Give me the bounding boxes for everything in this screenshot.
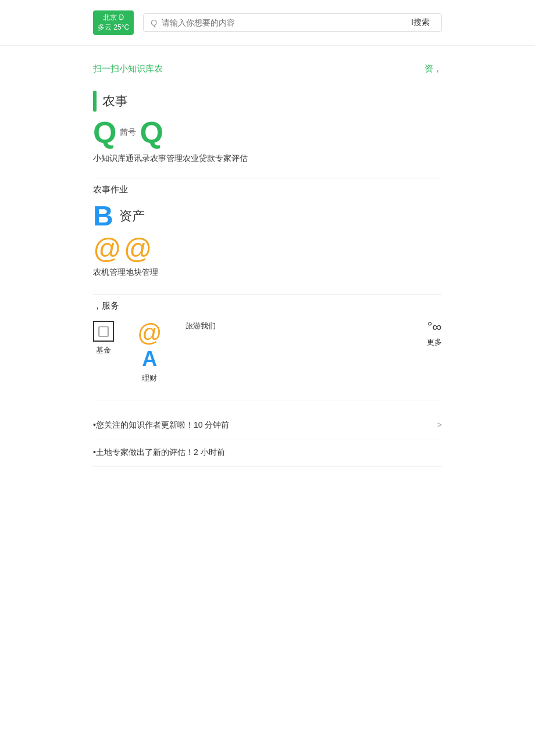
- promo-section: 扫一扫小知识库农 资，: [93, 63, 442, 74]
- nongshi-desc: 小知识库通讯录农事管理农业贷款专家评估: [93, 153, 442, 164]
- notifications-section: •您关注的知识作者更新啦！10 分钟前 > •土地专家做出了新的评估！2 小时前: [93, 412, 442, 467]
- search-input[interactable]: [162, 18, 402, 27]
- services-section: ，服务 □ 基金 @ A 理财 旅游我们 °∞ 更多: [93, 300, 442, 384]
- promo-left-text: 扫一扫小知识库农: [93, 63, 163, 74]
- app-header: 北京 D 多云 25°C Q I搜索: [0, 0, 535, 46]
- service-item-jijin[interactable]: □ 基金: [93, 321, 114, 356]
- q-icon-left: Q: [93, 117, 116, 148]
- search-icon: Q: [151, 18, 157, 27]
- divider-2: [93, 294, 442, 295]
- asset-label: 资产: [119, 207, 145, 225]
- licai-a-icon: A: [142, 349, 157, 370]
- at-icon-1: @: [93, 235, 122, 263]
- asset-title-row: B 资产: [93, 202, 442, 230]
- jijin-label: 基金: [96, 345, 111, 356]
- nongshi-title-row: 农事: [93, 91, 442, 112]
- zuoye-section: 农事作业 B 资产 @ @ 农机管理地块管理: [93, 184, 442, 278]
- zuoye-subtitle: 农事作业: [93, 184, 442, 195]
- weather-line2: 多云 25°C: [98, 23, 129, 33]
- nongshi-section: 农事 Q 茜号 Q 小知识库通讯录农事管理农业贷款专家评估: [93, 91, 442, 164]
- notification-text-0: •您关注的知识作者更新啦！10 分钟前: [93, 420, 229, 431]
- more-icon: °∞: [427, 321, 441, 334]
- notification-item-0: •您关注的知识作者更新啦！10 分钟前 >: [93, 412, 442, 439]
- search-bar: Q I搜索: [143, 13, 442, 32]
- manage-desc: 农机管理地块管理: [93, 267, 442, 278]
- q-icon-right: Q: [140, 117, 163, 148]
- nongshi-title-text: 农事: [102, 92, 128, 110]
- notification-text-1: •土地专家做出了新的评估！2 小时前: [93, 447, 225, 458]
- service-item-more[interactable]: °∞ 更多: [427, 321, 442, 347]
- licai-at-icon: @: [137, 321, 162, 345]
- notification-arrow-0[interactable]: >: [437, 420, 442, 429]
- services-header-label: ，服务: [93, 300, 442, 311]
- jijin-icon: □: [93, 321, 114, 342]
- notification-item-1: •土地专家做出了新的评估！2 小时前: [93, 439, 442, 467]
- licai-label: 理财: [142, 373, 157, 384]
- title-vertical-bar: [93, 91, 97, 112]
- more-label: 更多: [427, 337, 442, 347]
- services-row: □ 基金 @ A 理财 旅游我们 °∞ 更多: [93, 321, 442, 384]
- q-middle-label: 茜号: [120, 127, 136, 138]
- promo-right-text: 资，: [425, 63, 442, 74]
- divider-3: [93, 400, 442, 400]
- q-icons-row: Q 茜号 Q: [93, 117, 442, 148]
- weather-line1: 北京 D: [98, 13, 129, 23]
- weather-badge: 北京 D 多云 25°C: [93, 10, 134, 35]
- main-content: 扫一扫小知识库农 资， 农事 Q 茜号 Q 小知识库通讯录农事管理农业贷款专家评…: [0, 46, 535, 484]
- at-icons-row: @ @: [93, 235, 442, 263]
- service-item-lvyou[interactable]: 旅游我们: [186, 321, 216, 331]
- b-icon: B: [93, 202, 113, 230]
- service-item-licai[interactable]: @ A 理财: [137, 321, 162, 384]
- at-icon-2: @: [124, 235, 152, 263]
- lvyou-label: 旅游我们: [186, 321, 216, 331]
- divider-1: [93, 178, 442, 178]
- search-button[interactable]: I搜索: [406, 17, 434, 28]
